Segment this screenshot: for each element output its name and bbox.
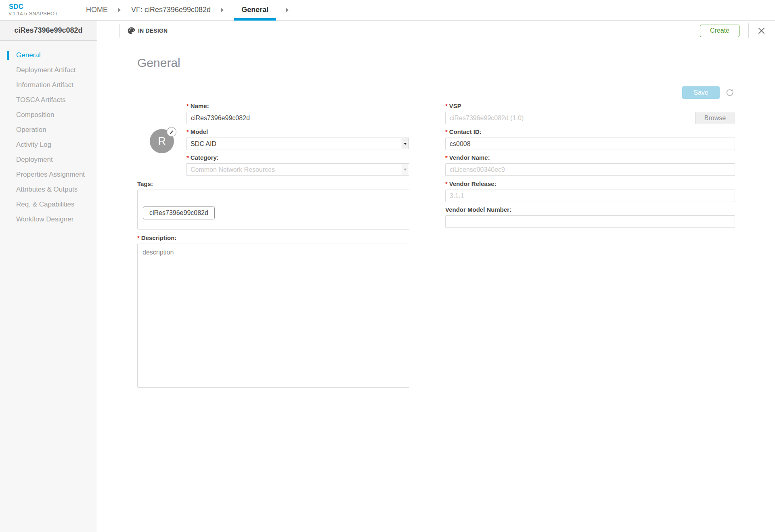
avatar: R xyxy=(150,129,174,153)
breadcrumb-current[interactable]: General xyxy=(234,0,276,20)
category-select-value: Common Network Resources xyxy=(191,166,275,173)
contact-id-input[interactable] xyxy=(445,138,735,150)
sidebar-item-properties-assignment[interactable]: Properties Assignment xyxy=(0,167,97,182)
sidebar-item-label: Information Artifact xyxy=(16,81,73,89)
sidebar-item-general[interactable]: General xyxy=(0,48,97,63)
vsp-label: * VSP xyxy=(445,102,735,109)
vendor-name-label: * Vendor Name: xyxy=(445,154,735,161)
sidebar-item-label: Composition xyxy=(16,111,54,119)
breadcrumb: HOME VF: ciRes7396e99c082d General xyxy=(86,0,299,20)
model-label: * Model xyxy=(186,128,409,135)
tag-chip[interactable]: ciRes7396e99c082d xyxy=(143,207,215,219)
main-content: General Save R * Name: xyxy=(97,41,775,532)
sidebar-header: ciRes7396e99c082d xyxy=(0,21,97,41)
contact-id-label: * Contact ID: xyxy=(445,128,735,135)
close-button[interactable] xyxy=(758,27,765,35)
chevron-down-icon xyxy=(402,164,408,175)
sidebar-item-label: Req. & Capabilities xyxy=(16,200,75,209)
vsp-field: * VSP Browse xyxy=(445,102,735,124)
chevron-down-icon xyxy=(402,138,408,149)
sidebar-item-workflow-designer[interactable]: Workflow Designer xyxy=(0,212,97,227)
sidebar-item-tosca-artifacts[interactable]: TOSCA Artifacts xyxy=(0,92,97,107)
description-label: * Description: xyxy=(137,234,409,241)
status-badge: IN DESIGN xyxy=(138,27,168,34)
sidebar-nav: General Deployment Artifact Information … xyxy=(0,41,97,532)
sidebar-item-label: Operation xyxy=(16,126,46,134)
sidebar-item-deployment-artifact[interactable]: Deployment Artifact xyxy=(0,63,97,77)
description-field: * Description: description xyxy=(137,234,409,389)
vsp-input xyxy=(445,112,695,124)
sidebar-item-deployment[interactable]: Deployment xyxy=(0,152,97,167)
category-select: Common Network Resources xyxy=(186,163,409,176)
breadcrumb-arrow-icon xyxy=(286,8,289,12)
tags-label: Tags: xyxy=(137,180,409,187)
tags-input[interactable] xyxy=(138,190,409,203)
category-label: * Category: xyxy=(186,154,409,161)
model-select[interactable]: SDC AID xyxy=(186,138,409,150)
toolbar: IN DESIGN Create xyxy=(97,21,775,41)
required-marker: * xyxy=(186,102,189,109)
sidebar-item-req-capabilities[interactable]: Req. & Capabilities xyxy=(0,197,97,212)
app-logo[interactable]: SDC v.1.14.5-SNAPSHOT xyxy=(9,3,58,17)
sidebar-item-label: General xyxy=(16,51,40,59)
sidebar-item-label: Attributes & Outputs xyxy=(16,186,78,194)
required-marker: * xyxy=(445,128,448,135)
pencil-icon xyxy=(170,130,174,134)
sidebar-item-label: Deployment xyxy=(16,156,53,164)
model-field: * Model SDC AID xyxy=(186,128,409,150)
sidebar-item-information-artifact[interactable]: Information Artifact xyxy=(0,77,97,92)
sidebar-item-label: Deployment Artifact xyxy=(16,66,75,74)
required-marker: * xyxy=(445,154,448,161)
category-field: * Category: Common Network Resources xyxy=(186,154,409,176)
required-marker: * xyxy=(186,154,189,161)
save-button[interactable]: Save xyxy=(682,86,720,99)
header-divider xyxy=(748,23,749,38)
vendor-release-field: * Vendor Release: xyxy=(445,180,735,202)
avatar-letter: R xyxy=(158,135,166,148)
required-marker: * xyxy=(186,128,189,135)
browse-button[interactable]: Browse xyxy=(695,112,735,124)
sidebar-item-composition[interactable]: Composition xyxy=(0,107,97,122)
breadcrumb-home[interactable]: HOME xyxy=(86,6,108,14)
name-label: * Name: xyxy=(186,102,409,109)
breadcrumb-entity[interactable]: VF: ciRes7396e99c082d xyxy=(131,6,211,14)
vendor-name-input xyxy=(445,163,735,176)
breadcrumb-arrow-icon xyxy=(118,8,121,12)
lifecycle-status: IN DESIGN xyxy=(127,21,168,41)
breadcrumb-current-label: General xyxy=(241,6,268,14)
name-field: * Name: xyxy=(186,102,409,124)
model-select-value: SDC AID xyxy=(191,140,216,148)
palette-icon xyxy=(127,27,135,35)
header-actions: Create xyxy=(700,21,765,41)
revert-button[interactable] xyxy=(725,88,734,97)
required-marker: * xyxy=(445,180,448,187)
sidebar-item-label: Activity Log xyxy=(16,141,51,149)
tags-box: ciRes7396e99c082d xyxy=(137,190,409,229)
sidebar-item-label: Properties Assignment xyxy=(16,171,85,179)
sidebar-item-attributes-outputs[interactable]: Attributes & Outputs xyxy=(0,182,97,197)
page-title: General xyxy=(137,56,180,70)
sidebar-item-activity-log[interactable]: Activity Log xyxy=(0,137,97,152)
app-logo-title: SDC xyxy=(9,3,58,10)
toolbar-divider xyxy=(119,24,120,38)
sidebar-item-label: TOSCA Artifacts xyxy=(16,96,66,104)
contact-id-field: * Contact ID: xyxy=(445,128,735,150)
page: SDC v.1.14.5-SNAPSHOT HOME VF: ciRes7396… xyxy=(0,0,775,532)
create-button[interactable]: Create xyxy=(700,25,739,37)
sidebar-item-label: Workflow Designer xyxy=(16,215,73,223)
vendor-release-input xyxy=(445,190,735,202)
entity-name: ciRes7396e99c082d xyxy=(14,26,82,35)
description-textarea[interactable]: description xyxy=(137,244,409,388)
top-nav: SDC v.1.14.5-SNAPSHOT HOME VF: ciRes7396… xyxy=(0,0,775,21)
required-marker: * xyxy=(445,102,448,109)
required-marker: * xyxy=(137,234,140,241)
tags-field: Tags: ciRes7396e99c082d xyxy=(137,180,409,229)
name-input[interactable] xyxy=(186,112,409,124)
app-version: v.1.14.5-SNAPSHOT xyxy=(9,10,58,17)
vendor-model-number-input[interactable] xyxy=(445,215,735,228)
sidebar-item-operation[interactable]: Operation xyxy=(0,122,97,137)
breadcrumb-arrow-icon xyxy=(221,8,224,12)
edit-avatar-button[interactable] xyxy=(167,127,176,137)
vendor-model-number-field: Vendor Model Number: xyxy=(445,206,735,228)
vendor-model-number-label: Vendor Model Number: xyxy=(445,206,735,213)
